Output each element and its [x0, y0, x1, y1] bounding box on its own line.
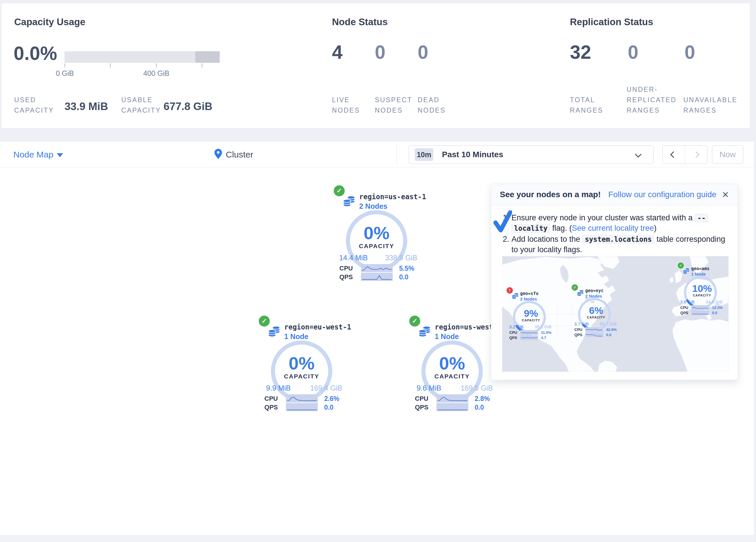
cpu-sparkline [286, 394, 318, 403]
capacity-tick-label-400: 400 GiB [133, 69, 179, 78]
close-icon[interactable]: ✕ [722, 190, 729, 200]
cpu-value: 11.0% [541, 330, 551, 335]
capacity-percent: 0% [333, 224, 420, 242]
config-step-1: 1. Ensure every node in your cluster was… [503, 213, 734, 234]
now-button[interactable]: Now [712, 145, 743, 164]
qps-sparkline [520, 335, 538, 340]
total-capacity: 338.9 GiB [377, 253, 426, 262]
cpu-label: CPU [678, 306, 688, 310]
qps-sparkline [436, 403, 468, 411]
usable-capacity-value: 677.8 GiB [164, 100, 212, 113]
qps-sparkline [361, 273, 393, 281]
node-status-title: Node Status [332, 16, 388, 27]
locality-label: geo=nyc [585, 288, 603, 293]
cpu-sparkline [520, 330, 538, 335]
database-icon [577, 289, 584, 297]
capacity-usage-title: Capacity Usage [14, 16, 85, 27]
locality-node-group: ✓ region=us-west-1 1 Node 0% CAPACITY 9.… [409, 313, 496, 415]
breadcrumb-cluster[interactable]: Cluster [226, 150, 253, 159]
chevron-right-icon [693, 151, 699, 158]
cpu-sparkline [691, 305, 709, 310]
view-selector[interactable]: Node Map [13, 150, 53, 159]
cpu-value: 2.6% [324, 395, 339, 403]
locality-tree-link[interactable]: See current locality tree [572, 224, 654, 232]
locality-node-group: ✓ region=eu-west-1 1 Node 0% CAPACITY 9.… [258, 313, 345, 415]
node-map-page: Capacity Usage 0.0% 0 GiB 400 GiB USED C… [0, 0, 756, 542]
qps-sparkline [585, 333, 603, 337]
capacity-tick-label-0: 0 GiB [42, 69, 88, 78]
chevron-left-icon [670, 151, 677, 158]
capacity-percent: 0% [258, 354, 345, 372]
capacity-bar-extra-segment [195, 51, 220, 63]
capacity-word: CAPACITY [677, 294, 727, 297]
locality-label: region=eu-west-1 [284, 323, 351, 331]
locality-flag-code: -- [695, 214, 708, 222]
database-icon [511, 292, 519, 300]
capacity-word: CAPACITY [333, 242, 420, 249]
popup-body: 1. Ensure every node in your cluster was… [491, 205, 738, 255]
qps-label: QPS [572, 333, 582, 337]
usable-capacity-label: USABLE CAPACITY [121, 95, 161, 115]
capacity-word: CAPACITY [506, 319, 556, 322]
status-badge: ! [507, 287, 513, 294]
qps-label: QPS [507, 336, 517, 340]
cpu-value: 42.5% [606, 328, 617, 332]
capacity-word: CAPACITY [409, 373, 496, 380]
used-capacity: 3.6 GiB [674, 300, 700, 304]
total-ranges-label: TOTAL RANGES [570, 95, 603, 115]
live-nodes-label: LIVE NODES [332, 95, 360, 115]
status-badge: ✓ [409, 316, 420, 327]
total-capacity: 34.4 GiB [700, 300, 728, 304]
locality-node-group: ! geo=sfo 2 Nodes 9% CAPACITY 3.2 GiB 35… [506, 286, 556, 341]
qps-label: QPS [678, 311, 688, 315]
capacity-percent: 6% [571, 306, 621, 315]
popup-title: See your nodes on a map! [500, 190, 601, 199]
popup-header: See your nodes on a map! Follow our conf… [491, 184, 738, 205]
time-forward-button[interactable] [685, 146, 707, 163]
cpu-label: CPU [507, 330, 517, 335]
capacity-axis-tick [65, 63, 65, 67]
cpu-sparkline [585, 327, 603, 332]
locality-node-group: ✓ region=us-east-1 2 Nodes 0% CAPACITY 1… [333, 183, 420, 284]
time-range-selector[interactable]: 10m Past 10 Minutes [409, 145, 654, 164]
cpu-value: 5.5% [399, 264, 414, 273]
database-icon [342, 194, 356, 208]
locality-label: geo=ams [691, 266, 709, 271]
locality-label: geo=sfo [520, 291, 538, 296]
qps-value: 0.0 [399, 273, 408, 281]
used-capacity: 9.6 MiB [406, 384, 452, 392]
time-back-button[interactable] [663, 146, 685, 163]
time-step-buttons [662, 145, 707, 164]
system-locations-code: system.locations [582, 235, 654, 244]
replication-status-title: Replication Status [570, 16, 653, 27]
dead-nodes-label: DEAD NODES [418, 95, 446, 115]
configuration-guide-link[interactable]: Follow our configuration guide [608, 190, 717, 199]
capacity-percent: 0.0% [14, 44, 57, 63]
used-capacity: 9.9 MiB [255, 384, 302, 392]
capacity-word: CAPACITY [258, 373, 345, 380]
capacity-percent: 0% [409, 354, 496, 372]
status-badge: ✓ [678, 262, 684, 269]
capacity-bar [65, 51, 220, 63]
dropdown-caret-icon [57, 153, 63, 157]
cpu-sparkline [361, 264, 393, 272]
status-badge: ✓ [572, 284, 578, 291]
locality-label: region=us-east-1 [359, 193, 426, 201]
view-toolbar: Node Map Cluster 10m Past 10 Minutes Now [0, 141, 754, 167]
qps-sparkline [286, 403, 318, 411]
capacity-axis-tick [110, 63, 111, 67]
capacity-percent: 10% [677, 284, 727, 293]
locality-node-group: ✓ geo=ams 1 Node 10% CAPACITY 3.6 GiB 34… [677, 261, 727, 316]
page-footer [0, 535, 756, 542]
cluster-summary-card: Capacity Usage 0.0% 0 GiB 400 GiB USED C… [1, 3, 750, 128]
total-capacity: 169.5 GiB [452, 384, 501, 392]
capacity-word: CAPACITY [571, 316, 621, 319]
capacity-axis-tick [156, 63, 157, 67]
cpu-sparkline [436, 394, 468, 403]
qps-sparkline [691, 311, 709, 315]
total-capacity: 169.4 GiB [302, 384, 351, 392]
under-replicated-count: 0 [628, 43, 638, 62]
map-pin-icon [214, 148, 222, 159]
database-icon [267, 324, 281, 338]
big-check-icon [493, 210, 512, 232]
